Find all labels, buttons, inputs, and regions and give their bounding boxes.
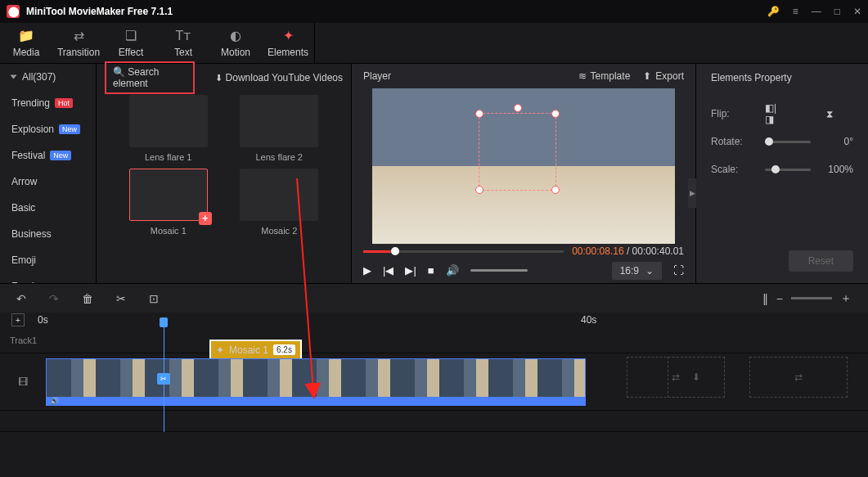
split-icon[interactable]: ✂ <box>157 373 170 385</box>
export-button[interactable]: ⬆Export <box>643 70 684 82</box>
time-ruler[interactable]: + 0s 40s <box>0 313 868 327</box>
audio-strip <box>47 397 585 405</box>
film-icon: 🎞 <box>18 376 28 388</box>
aspect-select[interactable]: 16:9⌄ <box>612 262 662 280</box>
redo-icon[interactable]: ↷ <box>49 292 59 305</box>
search-icon: 🔍 <box>113 66 125 78</box>
tab-effect[interactable]: ❏Effect <box>105 23 157 63</box>
next-icon[interactable]: ▶| <box>405 264 416 277</box>
key-icon[interactable]: 🔑 <box>767 6 780 17</box>
resize-handle[interactable] <box>551 110 560 118</box>
app-logo: ⬤ <box>7 5 20 18</box>
video-track[interactable]: 🎞 🔊 ⇄ ⬇ ⇄ <box>0 353 868 411</box>
thumbnail[interactable] <box>129 95 208 147</box>
resize-handle[interactable] <box>475 186 483 194</box>
snap-icon[interactable]: ‖ <box>762 292 768 305</box>
minimize-icon[interactable]: — <box>812 6 821 17</box>
player-panel: Player ≋Template ⬆Export ▶ 00:00:08.16 /… <box>352 64 696 283</box>
library-card[interactable]: Lens flare 2 <box>227 95 332 162</box>
sound-icon[interactable]: 🔊 <box>50 397 59 405</box>
seek-knob[interactable] <box>391 247 399 255</box>
close-icon[interactable]: ✕ <box>853 6 861 17</box>
rotate-handle[interactable] <box>514 104 522 112</box>
drop-slot[interactable]: ⬇ <box>668 357 725 398</box>
zoom-slider[interactable] <box>791 297 832 299</box>
resize-handle[interactable] <box>551 186 560 194</box>
sidebar-all[interactable]: All(307) <box>0 64 96 90</box>
zoom-out-icon[interactable]: − <box>776 292 783 305</box>
fullscreen-icon[interactable]: ⛶ <box>673 264 684 277</box>
resize-handle[interactable] <box>475 110 483 118</box>
app-title: MiniTool MovieMaker Free 7.1.1 <box>26 6 173 17</box>
sidebar-item-explosion[interactable]: ExplosionNew <box>0 116 96 142</box>
add-track-button[interactable]: + <box>11 313 25 326</box>
properties-panel: Elements Property Flip: ◧|◨ ⧗ Rotate: 0°… <box>696 64 868 283</box>
tab-motion[interactable]: ◐Motion <box>209 23 262 63</box>
text-icon: Tᴛ <box>176 28 191 43</box>
thumbnail[interactable] <box>240 95 318 147</box>
flip-horizontal-icon[interactable]: ◧|◨ <box>765 108 780 119</box>
prev-icon[interactable]: |◀ <box>383 264 394 277</box>
undo-icon[interactable]: ↶ <box>16 292 26 305</box>
badge: Hot <box>55 98 73 108</box>
chevron-down-icon: ⌄ <box>645 265 654 277</box>
stack-icon: ≋ <box>578 70 587 82</box>
rotate-value: 0° <box>824 136 853 147</box>
tab-text[interactable]: TᴛText <box>157 23 209 63</box>
zoom-in-icon[interactable]: ＋ <box>840 291 852 306</box>
swap-icon: ⇄ <box>74 28 84 43</box>
add-button[interactable]: + <box>199 212 212 225</box>
scale-slider[interactable] <box>765 169 811 171</box>
element-track[interactable]: Track1 ✦ Mosaic 1 6.2s <box>0 327 868 353</box>
star-icon: ✦ <box>283 28 294 43</box>
sidebar-item-business[interactable]: Business <box>0 221 96 247</box>
audio-track[interactable] <box>0 411 868 432</box>
library-card[interactable]: +Mosaic 1 <box>116 169 221 236</box>
flip-vertical-icon[interactable]: ⧗ <box>822 108 837 119</box>
sidebar-item-emoji[interactable]: Emoji <box>0 247 96 273</box>
props-title: Elements Property <box>711 64 853 92</box>
tab-transition[interactable]: ⇄Transition <box>52 23 105 63</box>
maximize-icon[interactable]: □ <box>834 6 840 17</box>
expand-arrow-icon[interactable]: ▶ <box>688 178 696 208</box>
playhead[interactable]: ✂ <box>164 327 164 432</box>
rotate-slider[interactable] <box>765 141 811 143</box>
main-toolbar: 📁Media ⇄Transition ❏Effect TᴛText ◐Motio… <box>0 23 868 64</box>
transition-slot[interactable]: ⇄ <box>749 357 848 398</box>
element-overlay[interactable] <box>479 113 556 191</box>
player-canvas[interactable]: ▶ <box>352 88 695 244</box>
timeline-tracks: ✂ Track1 ✦ Mosaic 1 6.2s 🎞 🔊 ⇄ ⬇ ⇄ <box>0 327 868 432</box>
library-card[interactable]: Mosaic 2 <box>227 169 332 236</box>
crop-icon[interactable]: ⊡ <box>149 292 159 305</box>
thumbnail[interactable] <box>240 169 318 221</box>
video-clip[interactable]: 🔊 <box>46 358 586 406</box>
seek-bar[interactable]: 00:00:08.16 / 00:00:40.01 <box>352 244 695 259</box>
play-icon[interactable]: ▶ <box>363 264 371 277</box>
sidebar-item-food[interactable]: Food <box>0 273 96 283</box>
export-icon: ⬆ <box>643 70 651 82</box>
cut-icon[interactable]: ✂ <box>116 292 126 305</box>
sidebar-item-arrow[interactable]: Arrow <box>0 169 96 195</box>
titlebar: ⬤ MiniTool MovieMaker Free 7.1.1 🔑 ≡ — □… <box>0 0 868 23</box>
library-card[interactable]: Lens flare 1 <box>116 95 221 162</box>
reset-button[interactable]: Reset <box>789 250 853 272</box>
volume-slider[interactable] <box>470 269 528 272</box>
template-button[interactable]: ≋Template <box>578 70 631 82</box>
download-link[interactable]: ⬇ Download YouTube Videos <box>215 72 343 83</box>
chevron-down-icon <box>11 75 17 79</box>
sidebar-item-festival[interactable]: FestivalNew <box>0 142 96 169</box>
menu-icon[interactable]: ≡ <box>793 6 798 17</box>
card-label: Lens flare 1 <box>145 152 191 162</box>
tab-media[interactable]: 📁Media <box>0 23 52 63</box>
volume-icon[interactable]: 🔊 <box>446 264 459 277</box>
search-input[interactable]: 🔍 Search element <box>105 61 195 94</box>
thumbnail[interactable]: + <box>129 169 208 221</box>
badge: New <box>50 151 71 160</box>
scale-label: Scale: <box>711 164 752 175</box>
card-label: Lens flare 2 <box>256 152 303 162</box>
sidebar-item-basic[interactable]: Basic <box>0 195 96 221</box>
sidebar-item-trending[interactable]: TrendingHot <box>0 90 96 116</box>
tab-elements[interactable]: ✦Elements <box>262 23 314 63</box>
stop-icon[interactable]: ■ <box>428 264 434 277</box>
delete-icon[interactable]: 🗑 <box>82 292 93 305</box>
